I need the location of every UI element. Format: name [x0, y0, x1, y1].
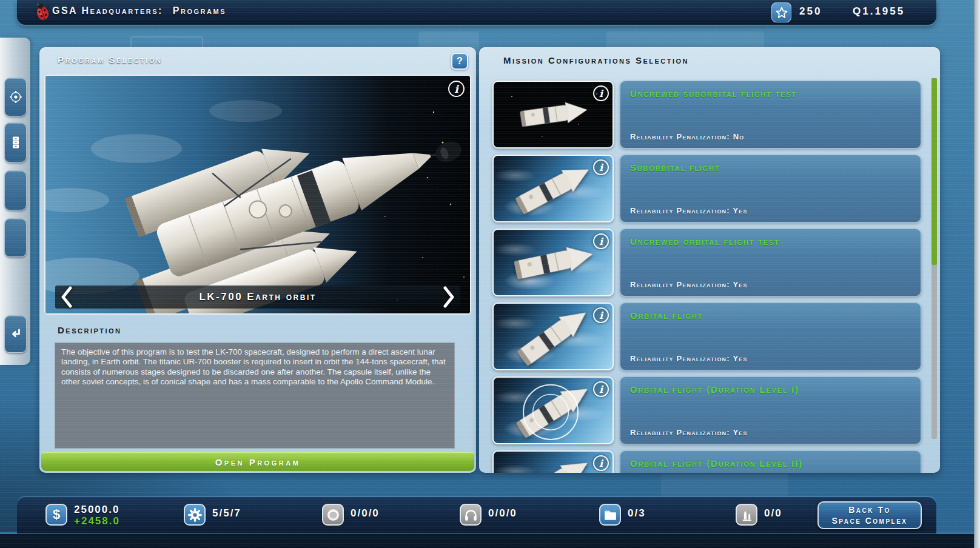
mission-card[interactable]: Uncrewed suborbital flight test Reliabil…	[620, 81, 921, 149]
mission-info-icon[interactable]: i	[593, 159, 609, 175]
mission-card[interactable]: Orbital flight Reliability Penalization:…	[620, 302, 921, 370]
prestige-star-icon[interactable]	[771, 2, 791, 22]
gear-icon	[184, 504, 206, 526]
mission-card[interactable]: Suborbital flight Reliability Penalizati…	[620, 155, 921, 222]
mission-info-icon[interactable]: i	[593, 85, 609, 101]
mission-row[interactable]: i Orbital flight (Duration Level II)	[492, 450, 921, 473]
program-name-caption: LK-700 Earth orbit	[55, 286, 460, 309]
sidebar-tab-orbit[interactable]	[4, 78, 27, 116]
sidebar-tab-3[interactable]	[4, 170, 27, 210]
info-glyph: i	[454, 83, 458, 95]
sidebar-tab-return[interactable]	[4, 315, 27, 353]
sidebar-tab-archive[interactable]	[4, 122, 27, 162]
info-glyph: i	[599, 384, 603, 395]
return-arrow-icon	[8, 327, 23, 341]
ladybug-logo-icon	[33, 2, 52, 22]
mission-row[interactable]: i Orbital flight (Duration Level I) Reli…	[492, 376, 921, 444]
mission-thumbnail: i	[492, 302, 614, 370]
info-glyph: i	[599, 236, 603, 247]
funds-value: 25000.0	[74, 504, 120, 515]
window-frame-right	[974, 0, 980, 548]
mission-row[interactable]: i Orbital flight Reliability Penalizatio…	[492, 302, 921, 370]
header-location: GSA Headquarters:	[52, 5, 163, 16]
mission-info-icon[interactable]: i	[593, 455, 609, 471]
info-glyph: i	[599, 310, 603, 321]
engineers-value: 5/5/7	[212, 507, 241, 520]
mission-card[interactable]: Orbital flight (Duration Level II)	[620, 450, 921, 473]
mission-reliability: Reliability Penalization: Yes	[630, 428, 748, 437]
info-glyph: i	[599, 458, 603, 469]
funds-change: +2458.0	[74, 515, 120, 527]
description-box: The objective of this program is to test…	[55, 343, 455, 449]
programs-value: 0/3	[628, 507, 646, 520]
mission-thumbnail: i	[492, 81, 614, 149]
mission-row[interactable]: i Uncrewed suborbital flight test Reliab…	[492, 81, 921, 149]
mission-reliability: Reliability Penalization: Yes	[630, 280, 748, 289]
sidebar-tab-4[interactable]	[4, 218, 27, 257]
rockets-value: 0/0	[764, 507, 782, 520]
program-image: i LK-700 Earth orbit	[44, 75, 471, 315]
description-heading: Description	[58, 325, 122, 335]
header-section: Programs	[173, 5, 226, 16]
rocket-thumb-icon	[509, 450, 597, 473]
prestige-value: 250	[799, 5, 822, 18]
prev-program-arrow[interactable]	[59, 284, 75, 310]
side-rail	[0, 38, 30, 365]
mission-card[interactable]: Uncrewed orbital flight test Reliability…	[620, 229, 921, 296]
page-title: GSA Headquarters:Programs	[52, 5, 226, 16]
helmet-icon	[322, 504, 344, 526]
mission-info-icon[interactable]: i	[593, 381, 609, 397]
astronauts-value: 0/0/0	[351, 507, 380, 520]
rockets-icon	[736, 504, 757, 526]
missions-scrollbar-thumb[interactable]	[931, 78, 937, 265]
mission-thumbnail: i	[492, 229, 614, 296]
back-button-line1: Back To	[848, 504, 891, 515]
mission-thumbnail: i	[492, 376, 614, 444]
mission-name: Orbital flight	[630, 310, 703, 321]
background-decor	[661, 474, 788, 496]
file-cabinet-icon	[8, 135, 23, 150]
mission-name: Uncrewed suborbital flight test	[630, 89, 797, 99]
mission-row[interactable]: i Uncrewed orbital flight test Reliabili…	[492, 229, 921, 296]
headphones-icon	[460, 504, 482, 526]
program-panel-title: Program Selection	[58, 55, 162, 65]
missions-panel-title: Mission Configurations Selection	[503, 55, 689, 65]
info-glyph: i	[599, 162, 603, 173]
missions-scrollbar-track	[931, 78, 937, 439]
mission-row[interactable]: i Suborbital flight Reliability Penaliza…	[492, 155, 921, 222]
mission-info-icon[interactable]: i	[593, 233, 609, 249]
engineers-stat: 5/5/7	[184, 504, 241, 526]
mission-reliability: Reliability Penalization: Yes	[630, 206, 748, 215]
mission-thumbnail: i	[492, 450, 614, 473]
mission-name: Suborbital flight	[630, 162, 720, 173]
game-date: Q1.1955	[853, 5, 905, 18]
rocket-thumb-icon	[508, 240, 598, 286]
info-glyph: i	[599, 88, 603, 99]
orbit-target-icon	[8, 90, 23, 104]
mission-reliability: Reliability Penalization: Yes	[630, 354, 748, 363]
rocket-thumb-icon	[509, 156, 598, 221]
open-program-button[interactable]: Open Program	[41, 452, 474, 471]
mission-info-icon[interactable]: i	[593, 307, 609, 323]
back-to-space-complex-button[interactable]: Back To Space Complex	[817, 501, 922, 529]
program-name: LK-700 Earth orbit	[199, 291, 316, 303]
program-selection-panel: Program Selection ?	[39, 47, 476, 473]
bottom-edge-strip	[0, 532, 980, 548]
next-program-arrow[interactable]	[441, 284, 457, 310]
folder-icon	[599, 504, 621, 526]
app-window: GSA Headquarters:Programs 250 Q1.1955	[0, 0, 980, 548]
top-bar: GSA Headquarters:Programs 250 Q1.1955	[17, 0, 936, 25]
rocket-illustration	[45, 76, 471, 315]
help-button[interactable]: ?	[451, 53, 468, 70]
flight-controllers-stat: 0/0/0	[460, 504, 517, 526]
rockets-stat: 0/0	[736, 504, 782, 526]
mission-card[interactable]: Orbital flight (Duration Level I) Reliab…	[620, 376, 921, 444]
rocket-thumb-icon	[515, 98, 591, 132]
program-info-icon[interactable]: i	[448, 81, 465, 97]
funds-dollar-icon: $	[45, 504, 67, 526]
flight-controllers-value: 0/0/0	[488, 507, 517, 520]
description-text: The objective of this program is to test…	[61, 347, 448, 387]
mission-reliability: Reliability Penalization: No	[630, 132, 744, 141]
mission-name: Orbital flight (Duration Level I)	[630, 384, 799, 395]
rocket-thumb-icon	[510, 302, 596, 370]
